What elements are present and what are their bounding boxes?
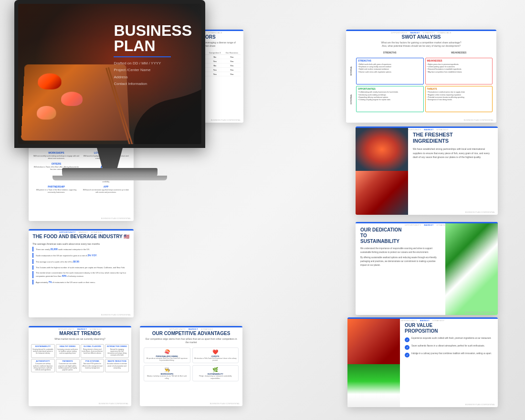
sashimi-visual <box>356 171 408 215</box>
sustain-body-2: By offering sustainable seafood options … <box>360 256 441 267</box>
stat-3: The average cost of a sushi roll in the … <box>32 259 130 264</box>
trend-sustainability: SUSTAINABILITY Growing demand for sustai… <box>31 344 55 358</box>
page-label: OPPORTUNITY MARKET STRATEGY <box>169 328 213 330</box>
comp-adv-content: 🍣 PERSONALIZED DINING We provide an inte… <box>140 346 242 383</box>
sushi-roll-visual <box>356 128 408 171</box>
trend-global: GLOBAL FLAVORS Rising interest in divers… <box>81 344 105 358</box>
slide-competitive-adv: OPPORTUNITY MARKET STRATEGY OUR COMPETIT… <box>140 326 242 406</box>
sustainability-icon: 🌿 <box>194 367 237 372</box>
sustainability-inner: OUR DEDICATIONTOSUSTAINABILITY We unders… <box>356 223 498 315</box>
bp-line <box>114 56 171 57</box>
business-plan-text: BUSINESS PLAN Drafted on DD / MM / YYYY … <box>114 23 192 88</box>
trend-interactive: INTERACTIVE DINING Demand for engaging e… <box>105 344 129 358</box>
food-bev-content: The average American eats sushi about on… <box>29 241 134 288</box>
value-prop-text: OUR VALUEPROPOSITION ✓ Experience exquis… <box>400 319 498 407</box>
page-label: OPPORTUNITY MARKET STRATEGY <box>401 319 445 322</box>
trend-payments: PAYMENTS Consumers are now mobile paymen… <box>56 359 80 373</box>
comp-adv-personalized: 🍣 PERSONALIZED DINING We provide an inte… <box>144 347 190 363</box>
card-subtitle: What are the key factors for gaining a c… <box>346 41 496 50</box>
spring-roll-image <box>445 223 498 315</box>
bp-address: Address <box>114 74 192 81</box>
sushi-roll-image <box>356 128 408 171</box>
trend-pos: POS SYSTEMS New wave POS systems for eff… <box>81 359 105 373</box>
value-prop-item-3: ✓ Indulge in a culinary journey that com… <box>405 352 493 357</box>
monitor-screen: BUSINESS PLAN Drafted on DD / MM / YYYY … <box>18 4 201 144</box>
workshops-icon: 👨‍🍳 <box>146 367 189 372</box>
freshest-body: We have established strong partnerships … <box>413 147 493 159</box>
page-label: OPPORTUNITY MARKET STRATEGY FINANCIALS <box>391 32 451 34</box>
bp-project: Project /Center Name <box>114 67 192 74</box>
check-icon-2: ✓ <box>405 345 410 350</box>
comp-adv-events: ❤️ EVENTS We introduce a 'Rolls Sushi Ch… <box>192 347 239 363</box>
sustain-title: OUR DEDICATIONTOSUSTAINABILITY <box>360 227 441 244</box>
sustain-text: OUR DEDICATIONTOSUSTAINABILITY We unders… <box>356 223 445 315</box>
personalized-icon: 🍣 <box>146 349 189 355</box>
bp-title-1: BUSINESS <box>114 23 192 38</box>
page-num: BUSINESS PLAN CONFIDENTIAL <box>464 119 494 121</box>
sushi-piece-1 <box>38 74 62 90</box>
check-icon-3: ✓ <box>405 353 410 357</box>
spring-roll-visual <box>445 223 498 315</box>
slide-market-trends: OPPORTUNITY MARKET STRATEGY MARKET TREND… <box>29 326 131 406</box>
sustain-body-1: We understand the importance of responsi… <box>360 247 441 254</box>
page-label: OPPORTUNITY MARKET STRATEGY <box>59 231 103 233</box>
main-monitor-wrapper: BUSINESS PLAN Drafted on DD / MM / YYYY … <box>0 0 220 191</box>
bp-contact: Contact Information <box>114 81 192 87</box>
stat-6: Approximately 7% of restaurants in the U… <box>32 280 130 284</box>
value-prop-item-1: ✓ Experience exquisite sushi crafted wit… <box>405 337 493 342</box>
page-num: BUSINESS PLAN CONFIDENTIAL <box>99 402 128 405</box>
page-label: OPPORTUNITY MARKET STRATEGY <box>405 128 449 131</box>
market-trends-grid: SUSTAINABILITY Growing demand for sustai… <box>29 343 131 374</box>
salmon-image <box>347 319 400 364</box>
value-prop-images <box>347 319 400 407</box>
slide-food-bev: OPPORTUNITY MARKET STRATEGY THE FOOD AND… <box>29 229 134 317</box>
comp-adv-grid: 🍣 PERSONALIZED DINING We provide an inte… <box>144 347 239 381</box>
stat-1: There are nearly 20,000 sushi restaurant… <box>32 247 130 252</box>
swot-weaknesses: WEAKNESSES • Higher prices due to premiu… <box>425 58 493 84</box>
swot-strengths: STRENGTHS • Skilled sushi chefs with yea… <box>356 58 424 84</box>
value-prop-title: OUR VALUEPROPOSITION <box>405 323 493 334</box>
page-num: BUSINESS PLAN CONFIDENTIAL <box>465 311 495 314</box>
scene: OPPORTUNITY STRATEGY THREE-YEAR ACTION P… <box>0 0 525 420</box>
stat-4: The 3 states with the highest number of … <box>32 265 130 270</box>
freshest-title: THE FRESHESTINGREDIENTS <box>413 132 493 144</box>
page-num: BUSINESS PLAN CONFIDENTIAL <box>210 402 240 405</box>
page-label: OPPORTUNITY MARKET STRATEGY <box>405 224 449 226</box>
food-bev-subtitle: The average American eats sushi about on… <box>32 242 130 245</box>
monitor-screen-container: BUSINESS PLAN Drafted on DD / MM / YYYY … <box>14 0 205 148</box>
trend-waste: WASTE REDUCTION Innovative solutions to … <box>105 359 129 373</box>
roll-image <box>347 364 400 407</box>
trend-healthy: HEALTHY DINING Increasing consumer prefe… <box>56 344 80 358</box>
monitor-base-bottom <box>52 176 167 180</box>
card-subtitle: Our competitive edge stems from four pil… <box>140 337 242 346</box>
trend-authenticity: AUTHENTICITY Consumers are seeking authe… <box>31 359 55 373</box>
sushi-piece-3 <box>37 106 56 119</box>
swot-threats: THREATS • Fluctuations in seafood prices… <box>425 86 493 113</box>
slide-freshest: OPPORTUNITY MARKET STRATEGY THE FRESHEST… <box>356 126 498 215</box>
bp-title-2: PLAN <box>114 38 192 53</box>
check-icon-1: ✓ <box>405 337 410 342</box>
page-label: OPPORTUNITY MARKET STRATEGY <box>58 328 102 330</box>
monitor: BUSINESS PLAN Drafted on DD / MM / YYYY … <box>0 0 220 191</box>
slide-swot: OPPORTUNITY MARKET STRATEGY FINANCIALS S… <box>346 30 496 123</box>
page-num: BUSINESS PLAN CONFIDENTIAL <box>465 211 495 213</box>
page-num: BUSINESS PLAN CONFIDENTIAL <box>465 403 495 406</box>
freshest-inner: THE FRESHESTINGREDIENTS We have establis… <box>356 128 498 215</box>
value-prop-item-2: ✓ Savor authentic flavors in a vibrant a… <box>405 345 493 350</box>
stat-2: Sushi restaurants in the US are expected… <box>32 253 130 258</box>
freshest-images <box>356 128 408 215</box>
stat-5: The market share concentration for the s… <box>32 271 130 279</box>
sushi-piece-2 <box>61 92 83 106</box>
sashimi-image <box>356 171 408 215</box>
comp-adv-sustainability: 🌿 SUSTAINABILITY 'Pledge,' championing o… <box>192 365 239 381</box>
swot-grid: STRENGTHS WEAKNESSES INTERNAL STRENGTHS … <box>346 50 496 114</box>
comp-adv-workshops: 👨‍🍳 WORKSHOPS Mastery / workshop custome… <box>144 365 190 381</box>
bp-drafted: Drafted on DD / MM / YYYY <box>114 60 192 67</box>
freshest-text: THE FRESHESTINGREDIENTS We have establis… <box>408 128 498 215</box>
card-subtitle: What market trends are we currently obse… <box>29 337 131 343</box>
sustain-image <box>445 223 498 315</box>
slide-sustainability: OPPORTUNITY MARKET STRATEGY OUR DEDICATI… <box>356 222 498 315</box>
screen-inner: BUSINESS PLAN Drafted on DD / MM / YYYY … <box>18 4 201 144</box>
swot-opportunities: OPPORTUNITIES • Collaborating with nearb… <box>356 86 424 113</box>
page-num: BUSINESS PLAN CONFIDENTIAL <box>101 314 131 316</box>
